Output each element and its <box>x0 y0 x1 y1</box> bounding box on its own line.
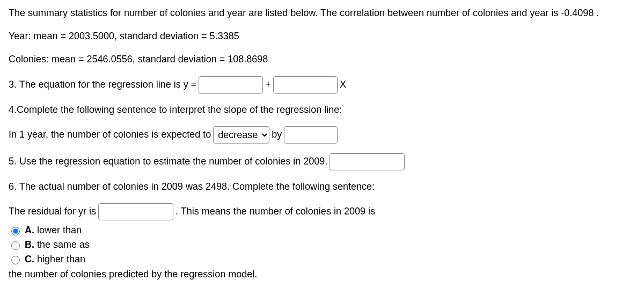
question-6-heading: 6. The actual number of colonies in 2009… <box>9 180 635 194</box>
question-5: 5. Use the regression equation to estima… <box>9 153 635 170</box>
q6-radio-a[interactable] <box>11 227 20 235</box>
colonies-stats: Colonies: mean = 2546.0556, standard dev… <box>9 53 635 66</box>
q6-trailing: the number of colonies predicted by the … <box>9 268 635 281</box>
q3-prefix: 3. The equation for the regression line … <box>9 78 196 91</box>
q4-prefix: In 1 year, the number of colonies is exp… <box>9 128 211 141</box>
q4-amount-input[interactable] <box>284 126 338 144</box>
q6-option-b[interactable]: B. the same as <box>9 238 635 252</box>
question-4-heading: 4.Complete the following sentence to int… <box>9 103 635 117</box>
q6-suffix: . This means the number of colonies in 2… <box>175 205 375 218</box>
year-stats: Year: mean = 2003.5000, standard deviati… <box>9 30 635 43</box>
colonies-stats-text: Colonies: mean = 2546.0556, standard dev… <box>9 53 268 66</box>
q4-heading-text: 4.Complete the following sentence to int… <box>9 103 342 117</box>
q6-option-a[interactable]: A. lower than <box>9 224 635 237</box>
q6-option-c[interactable]: C. higher than <box>9 253 635 266</box>
q6-options: A. lower than B. the same as C. higher t… <box>9 224 635 267</box>
year-stats-text: Year: mean = 2003.5000, standard deviati… <box>9 30 239 43</box>
q6-residual-input[interactable] <box>98 203 173 220</box>
intro-summary: The summary statistics for number of col… <box>9 6 635 20</box>
q6-heading-text: 6. The actual number of colonies in 2009… <box>9 180 375 194</box>
q4-by: by <box>272 128 282 141</box>
q6-option-c-text: higher than <box>34 254 85 264</box>
q6-option-b-text: the same as <box>34 239 90 250</box>
q5-estimate-input[interactable] <box>330 153 405 170</box>
q6-radio-c[interactable] <box>11 256 20 264</box>
q3-intercept-input[interactable] <box>199 76 263 94</box>
q4-direction-select[interactable]: decrease <box>213 126 269 144</box>
q3-x: X <box>340 78 346 91</box>
q6-prefix: The residual for yr is <box>9 205 96 218</box>
q6-radio-b[interactable] <box>11 241 20 250</box>
question-4-sentence: In 1 year, the number of colonies is exp… <box>9 126 635 144</box>
intro-summary-text: The summary statistics for number of col… <box>9 6 599 20</box>
q6-trailing-text: the number of colonies predicted by the … <box>9 269 257 280</box>
q3-plus: + <box>265 78 271 91</box>
q5-text: 5. Use the regression equation to estima… <box>9 155 327 168</box>
question-6-sentence: The residual for yr is . This means the … <box>9 203 635 220</box>
q6-option-b-letter: B. <box>25 239 34 250</box>
q6-option-a-text: lower than <box>34 225 82 235</box>
question-3: 3. The equation for the regression line … <box>9 76 635 94</box>
q6-option-a-letter: A. <box>25 225 34 235</box>
q3-slope-input[interactable] <box>273 76 338 94</box>
q6-option-c-letter: C. <box>25 254 34 264</box>
